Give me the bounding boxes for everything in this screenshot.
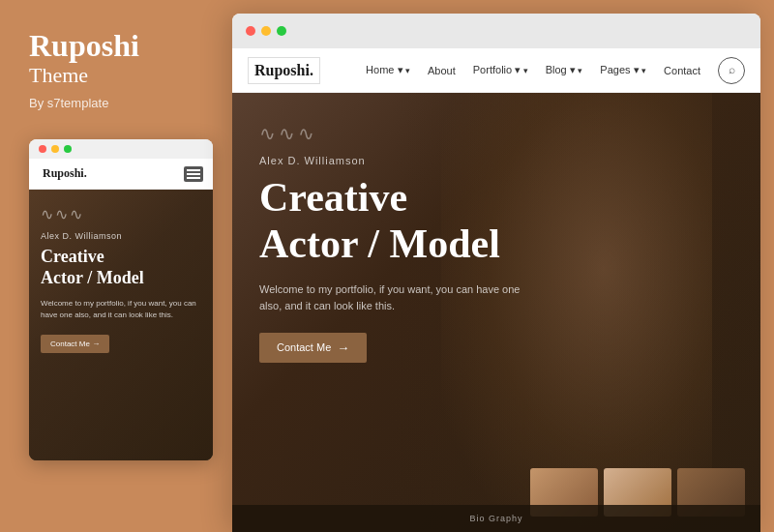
search-icon: ⌕	[729, 63, 735, 77]
theme-author: By s7template	[29, 96, 213, 110]
desktop-dot-green	[277, 26, 286, 36]
mobile-hero-title-line1: Creative	[41, 247, 104, 266]
hamburger-line-2	[187, 173, 200, 175]
desktop-hero-description: Welcome to my portfolio, if you want, yo…	[259, 281, 530, 315]
mobile-dot-green	[64, 145, 72, 153]
mobile-cta-label: Contact Me	[50, 340, 90, 348]
mobile-dot-red	[39, 145, 46, 153]
footer-text: Bio Graphy	[469, 514, 522, 523]
hamburger-icon[interactable]	[184, 166, 203, 182]
desktop-cta-arrow: →	[337, 340, 349, 355]
theme-subtitle: Theme	[29, 63, 213, 88]
mobile-hero-content: ∿∿∿ Alex D. Williamson Creative Actor / …	[41, 205, 201, 353]
desktop-preview: Ruposhi. Home ▾ About Portfolio ▾ Blog ▾…	[232, 14, 760, 532]
desktop-footer-bar: Bio Graphy	[232, 505, 760, 532]
desktop-hero-name: Alex D. Williamson	[259, 155, 733, 166]
desktop-cta-button[interactable]: Contact Me →	[259, 333, 367, 363]
mobile-hero-title-line2: Actor / Model	[41, 268, 144, 287]
desktop-hero-title: Creative Actor / Model	[259, 174, 733, 268]
mobile-hero-name: Alex D. Williamson	[41, 231, 201, 241]
mobile-nav: Ruposhi.	[29, 159, 213, 190]
desktop-browser-bar	[232, 14, 760, 48]
mobile-wave-decoration: ∿∿∿	[41, 205, 201, 223]
desktop-cta-label: Contact Me	[277, 341, 331, 353]
mobile-cta-button[interactable]: Contact Me →	[41, 335, 109, 353]
nav-link-about[interactable]: About	[428, 65, 456, 76]
nav-link-pages[interactable]: Pages ▾	[600, 64, 646, 76]
desktop-nav-links: Home ▾ About Portfolio ▾ Blog ▾ Pages ▾ …	[366, 57, 745, 84]
nav-link-home[interactable]: Home ▾	[366, 64, 410, 76]
mobile-preview: Ruposhi. ∿∿∿ Alex D. Williamson Creative…	[29, 139, 213, 460]
desktop-logo: Ruposhi.	[248, 57, 320, 84]
theme-title: Ruposhi	[29, 29, 213, 63]
hamburger-line-1	[187, 169, 200, 171]
mobile-hero-description: Welcome to my portfolio, if you want, yo…	[41, 298, 201, 321]
nav-link-blog[interactable]: Blog ▾	[546, 64, 583, 76]
desktop-dot-red	[246, 26, 255, 36]
hamburger-line-3	[187, 177, 200, 179]
desktop-wave-decoration: ∿∿∿	[259, 122, 733, 145]
search-button[interactable]: ⌕	[718, 57, 745, 84]
mobile-hero-title: Creative Actor / Model	[41, 247, 201, 288]
desktop-hero: ∿∿∿ Alex D. Williamson Creative Actor / …	[232, 93, 760, 532]
mobile-cta-arrow: →	[92, 340, 100, 348]
nav-link-portfolio[interactable]: Portfolio ▾	[473, 64, 528, 76]
desktop-nav: Ruposhi. Home ▾ About Portfolio ▾ Blog ▾…	[232, 48, 760, 93]
mobile-hero: ∿∿∿ Alex D. Williamson Creative Actor / …	[29, 190, 213, 460]
desktop-hero-title-line2: Actor / Model	[259, 222, 500, 266]
desktop-hero-content: ∿∿∿ Alex D. Williamson Creative Actor / …	[232, 93, 760, 392]
desktop-hero-title-line1: Creative	[259, 175, 407, 220]
mobile-dot-yellow	[51, 145, 59, 153]
mobile-browser-bar	[29, 139, 213, 159]
nav-link-contact[interactable]: Contact	[664, 65, 700, 76]
mobile-logo: Ruposhi.	[39, 164, 91, 183]
desktop-dot-yellow	[261, 26, 271, 36]
left-panel: Ruposhi Theme By s7template Ruposhi. ∿∿∿…	[0, 0, 232, 532]
